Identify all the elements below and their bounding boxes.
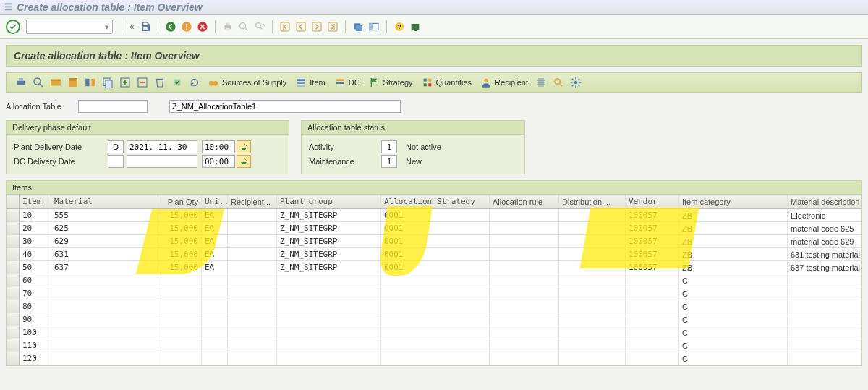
cell-planqty[interactable] bbox=[158, 352, 202, 365]
cell-allocstrategy[interactable] bbox=[381, 287, 490, 300]
cell-planqty[interactable]: 15,000 bbox=[158, 261, 202, 274]
cell-unit[interactable]: EA bbox=[202, 248, 228, 260]
cell-unit[interactable] bbox=[202, 287, 228, 300]
find-next-icon[interactable] bbox=[253, 20, 266, 33]
plant-date-input[interactable] bbox=[127, 140, 197, 153]
cell-materialdesc[interactable] bbox=[788, 274, 861, 287]
cell-allocstrategy[interactable]: 0001 bbox=[381, 235, 490, 247]
items-grid[interactable]: Item Material Plan Qty Uni... Recipient.… bbox=[7, 195, 861, 365]
cell-materialdesc[interactable]: 637 testing material bbox=[788, 261, 861, 274]
row-selector[interactable] bbox=[7, 209, 20, 221]
cell-itemcategory[interactable]: C bbox=[679, 274, 788, 287]
cell-item[interactable]: 80 bbox=[20, 300, 51, 313]
table-row[interactable]: 90C bbox=[7, 313, 861, 326]
cell-recipient[interactable] bbox=[228, 274, 277, 287]
cell-item[interactable]: 30 bbox=[20, 235, 51, 247]
dc-time-input[interactable] bbox=[202, 155, 235, 168]
cell-itemcategory[interactable]: C bbox=[679, 300, 788, 313]
col-material[interactable]: Material bbox=[51, 195, 158, 208]
copy-icon[interactable] bbox=[101, 76, 114, 89]
print-preview-icon[interactable] bbox=[14, 76, 27, 89]
cell-planqty[interactable] bbox=[158, 287, 202, 300]
cell-materialdesc[interactable]: Electronic bbox=[788, 209, 861, 221]
cell-itemcategory[interactable]: ZB bbox=[679, 209, 788, 221]
cell-plantgroup[interactable] bbox=[277, 287, 381, 300]
cell-vendor[interactable] bbox=[626, 313, 679, 326]
cell-recipient[interactable] bbox=[228, 352, 277, 365]
allocation-table-name-input[interactable] bbox=[169, 100, 401, 113]
cell-itemcategory[interactable]: ZB bbox=[679, 222, 788, 234]
col-distribution[interactable]: Distribution ... bbox=[559, 195, 626, 208]
cell-plantgroup[interactable] bbox=[277, 313, 381, 326]
cell-allocstrategy[interactable] bbox=[381, 313, 490, 326]
ok-button[interactable] bbox=[6, 20, 20, 34]
cell-distribution[interactable] bbox=[559, 352, 626, 365]
overview-icon[interactable] bbox=[49, 76, 62, 89]
split-icon[interactable] bbox=[84, 76, 97, 89]
row-selector[interactable] bbox=[7, 287, 20, 300]
cell-planqty[interactable] bbox=[158, 339, 202, 352]
cell-unit[interactable] bbox=[202, 339, 228, 352]
cell-recipient[interactable] bbox=[228, 235, 277, 247]
cell-plantgroup[interactable] bbox=[277, 326, 381, 339]
first-page-icon[interactable] bbox=[278, 20, 292, 33]
col-allocstrategy[interactable]: Allocation Strategy bbox=[381, 195, 490, 208]
col-unit[interactable]: Uni... bbox=[202, 195, 228, 208]
display-icon[interactable] bbox=[32, 76, 45, 89]
help-icon[interactable]: ? bbox=[393, 20, 406, 33]
cell-item[interactable]: 40 bbox=[20, 248, 51, 260]
cell-plantgroup[interactable]: Z_NM_SITEGRP bbox=[277, 222, 381, 234]
cell-allocrule[interactable] bbox=[490, 339, 559, 352]
table-row[interactable]: 60C bbox=[7, 274, 861, 287]
grid-icon[interactable] bbox=[535, 76, 548, 89]
insert-row-icon[interactable] bbox=[119, 76, 132, 89]
cell-allocrule[interactable] bbox=[490, 209, 559, 221]
item-button[interactable]: Item bbox=[295, 77, 325, 88]
cell-allocstrategy[interactable]: 0001 bbox=[381, 261, 490, 274]
dc-date-flag-input[interactable] bbox=[108, 155, 124, 168]
sources-of-supply-button[interactable]: Sources of Supply bbox=[208, 77, 286, 88]
cell-allocstrategy[interactable]: 0001 bbox=[381, 222, 490, 234]
cell-itemcategory[interactable]: C bbox=[679, 326, 788, 339]
cell-material[interactable] bbox=[51, 313, 158, 326]
table-row[interactable]: 80C bbox=[7, 300, 861, 313]
cell-item[interactable]: 60 bbox=[20, 274, 51, 287]
cell-distribution[interactable] bbox=[559, 209, 626, 221]
cell-itemcategory[interactable]: ZB bbox=[679, 261, 788, 274]
save-icon[interactable] bbox=[139, 20, 152, 33]
cell-plantgroup[interactable] bbox=[277, 339, 381, 352]
cell-material[interactable]: 555 bbox=[51, 209, 158, 221]
cell-material[interactable] bbox=[51, 352, 158, 365]
cell-planqty[interactable] bbox=[158, 313, 202, 326]
cell-vendor[interactable]: 100057 bbox=[626, 248, 679, 260]
delete-row-icon[interactable] bbox=[136, 76, 149, 89]
refresh-icon[interactable] bbox=[188, 76, 201, 89]
row-selector[interactable] bbox=[7, 222, 20, 234]
cell-unit[interactable]: EA bbox=[202, 209, 228, 221]
cell-material[interactable] bbox=[51, 300, 158, 313]
allocation-table-id-input[interactable] bbox=[78, 100, 148, 113]
table-row[interactable]: 5063715,000EAZ_NM_SITEGRP0001100057ZB637… bbox=[7, 261, 861, 274]
cell-unit[interactable] bbox=[202, 274, 228, 287]
cell-recipient[interactable] bbox=[228, 287, 277, 300]
cell-materialdesc[interactable]: material code 629 bbox=[788, 235, 861, 247]
row-selector[interactable] bbox=[7, 339, 20, 352]
cell-material[interactable]: 629 bbox=[51, 235, 158, 247]
search-grid-icon[interactable] bbox=[552, 76, 565, 89]
cell-plantgroup[interactable]: Z_NM_SITEGRP bbox=[277, 209, 381, 221]
dc-button[interactable]: DC bbox=[334, 77, 360, 88]
table-row[interactable]: 1055515,000EAZ_NM_SITEGRP0001100057ZBEle… bbox=[7, 209, 861, 222]
cell-itemcategory[interactable]: C bbox=[679, 287, 788, 300]
activity-code-input[interactable] bbox=[381, 140, 397, 153]
row-selector-header[interactable] bbox=[7, 195, 20, 208]
cell-item[interactable]: 120 bbox=[20, 352, 51, 365]
app-menu-icon[interactable]: ☰ bbox=[4, 2, 12, 12]
col-allocrule[interactable]: Allocation rule bbox=[490, 195, 559, 208]
cell-materialdesc[interactable]: material code 625 bbox=[788, 222, 861, 234]
cell-vendor[interactable] bbox=[626, 339, 679, 352]
cell-allocstrategy[interactable] bbox=[381, 274, 490, 287]
cell-distribution[interactable] bbox=[559, 339, 626, 352]
maintenance-code-input[interactable] bbox=[381, 155, 397, 168]
last-page-icon[interactable] bbox=[326, 20, 339, 33]
col-item[interactable]: Item bbox=[20, 195, 51, 208]
